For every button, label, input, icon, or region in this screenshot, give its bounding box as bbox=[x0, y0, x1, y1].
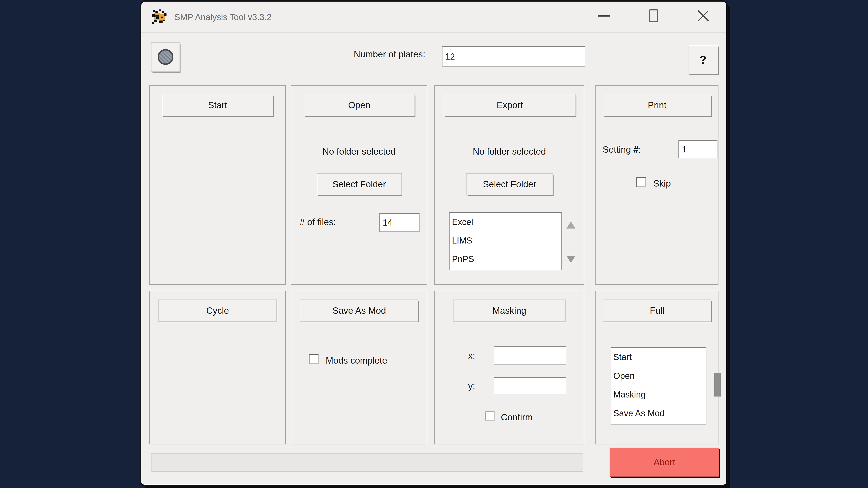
window-title: SMP Analysis Tool v3.3.2 bbox=[175, 2, 272, 33]
help-button[interactable]: ? bbox=[688, 45, 718, 74]
masking-button[interactable]: Masking bbox=[453, 299, 565, 322]
scroll-down-icon[interactable] bbox=[566, 256, 576, 263]
led-indicator-button[interactable] bbox=[151, 42, 180, 72]
progress-bar bbox=[151, 453, 583, 471]
y-coordinate-label: y: bbox=[468, 381, 475, 391]
list-item[interactable]: Excel bbox=[450, 213, 561, 231]
save-as-mod-panel: Save As Mod Mods complete bbox=[291, 291, 427, 445]
mods-complete-label: Mods complete bbox=[326, 355, 387, 366]
minimize-icon bbox=[598, 15, 610, 17]
list-item[interactable]: Masking bbox=[611, 385, 706, 404]
maximize-icon bbox=[649, 9, 658, 22]
open-button[interactable]: Open bbox=[304, 94, 415, 116]
status-led-icon bbox=[158, 49, 174, 65]
export-button[interactable]: Export bbox=[444, 94, 576, 116]
open-panel: Open No folder selected Select Folder # … bbox=[291, 85, 427, 285]
save-as-mod-button[interactable]: Save As Mod bbox=[300, 299, 418, 322]
minimize-button[interactable] bbox=[586, 3, 621, 29]
scrollbar-thumb[interactable] bbox=[714, 373, 721, 396]
print-panel: Print Setting #: Skip bbox=[595, 85, 718, 285]
app-icon bbox=[152, 9, 168, 25]
confirm-label: Confirm bbox=[501, 412, 533, 423]
full-panel: Full Start Open Masking Save As Mod bbox=[595, 291, 718, 445]
app-window: SMP Analysis Tool v3.3.2 Number of plate… bbox=[141, 2, 726, 485]
open-select-folder-button[interactable]: Select Folder bbox=[317, 173, 402, 195]
list-item[interactable]: PnPS bbox=[450, 250, 561, 268]
export-format-listbox[interactable]: Excel LIMS PnPS bbox=[449, 213, 562, 270]
cycle-button[interactable]: Cycle bbox=[158, 299, 277, 322]
files-count-label: # of files: bbox=[300, 217, 336, 227]
number-of-plates-label: Number of plates: bbox=[311, 49, 425, 60]
list-item[interactable]: Save As Mod bbox=[611, 404, 706, 423]
close-icon bbox=[697, 9, 710, 22]
files-count-input[interactable] bbox=[379, 213, 420, 232]
y-coordinate-input[interactable] bbox=[494, 377, 566, 395]
open-folder-status: No folder selected bbox=[291, 146, 427, 157]
export-panel: Export No folder selected Select Folder … bbox=[434, 85, 584, 285]
print-button[interactable]: Print bbox=[603, 94, 711, 116]
export-select-folder-button[interactable]: Select Folder bbox=[466, 173, 553, 195]
close-button[interactable] bbox=[686, 3, 721, 29]
skip-checkbox[interactable] bbox=[636, 177, 646, 187]
list-item[interactable]: Start bbox=[611, 348, 706, 366]
scroll-up-icon[interactable] bbox=[566, 221, 576, 229]
setting-number-input[interactable] bbox=[678, 140, 717, 158]
export-folder-status: No folder selected bbox=[435, 146, 584, 157]
skip-label: Skip bbox=[653, 178, 671, 189]
setting-number-label: Setting #: bbox=[603, 144, 641, 155]
x-coordinate-input[interactable] bbox=[494, 347, 566, 365]
full-steps-listbox[interactable]: Start Open Masking Save As Mod bbox=[611, 347, 707, 424]
list-item[interactable]: Open bbox=[611, 366, 706, 385]
masking-panel: Masking x: y: Confirm bbox=[434, 291, 584, 445]
list-item[interactable]: LIMS bbox=[450, 231, 561, 250]
confirm-checkbox[interactable] bbox=[486, 412, 495, 421]
full-button[interactable]: Full bbox=[603, 299, 711, 322]
cycle-panel: Cycle bbox=[149, 291, 286, 445]
start-button[interactable]: Start bbox=[162, 94, 273, 116]
start-panel: Start bbox=[149, 85, 286, 285]
maximize-button[interactable] bbox=[636, 3, 671, 29]
title-bar: SMP Analysis Tool v3.3.2 bbox=[141, 2, 726, 33]
number-of-plates-input[interactable] bbox=[442, 46, 585, 67]
mods-complete-checkbox[interactable] bbox=[309, 354, 319, 364]
x-coordinate-label: x: bbox=[468, 350, 475, 361]
abort-button[interactable]: Abort bbox=[610, 448, 719, 477]
